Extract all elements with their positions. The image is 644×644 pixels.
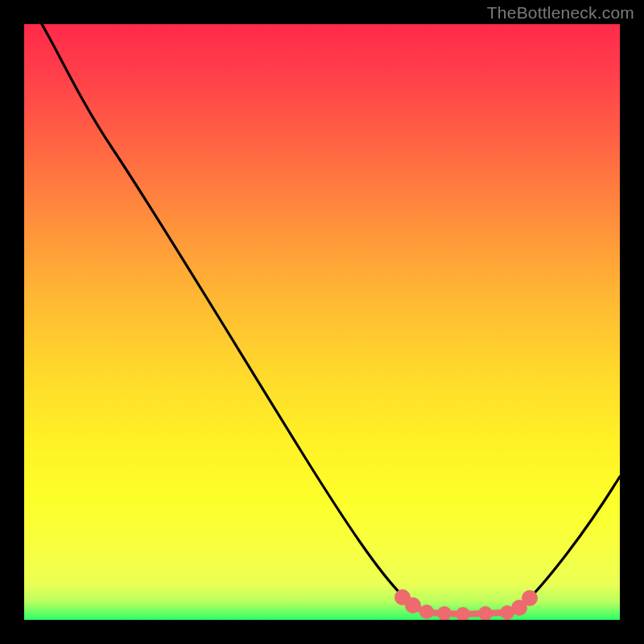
curve-layer xyxy=(24,24,620,620)
svg-point-8 xyxy=(481,609,489,617)
optimal-zone-overlay xyxy=(398,592,535,618)
svg-point-12 xyxy=(525,593,535,603)
svg-point-5 xyxy=(440,609,448,617)
svg-point-0 xyxy=(398,592,407,602)
svg-point-11 xyxy=(514,603,524,613)
watermark-text: TheBottleneck.com xyxy=(487,3,634,23)
bottleneck-curve-path xyxy=(42,24,620,614)
plot-area xyxy=(24,24,620,620)
chart-frame: TheBottleneck.com xyxy=(0,0,644,644)
